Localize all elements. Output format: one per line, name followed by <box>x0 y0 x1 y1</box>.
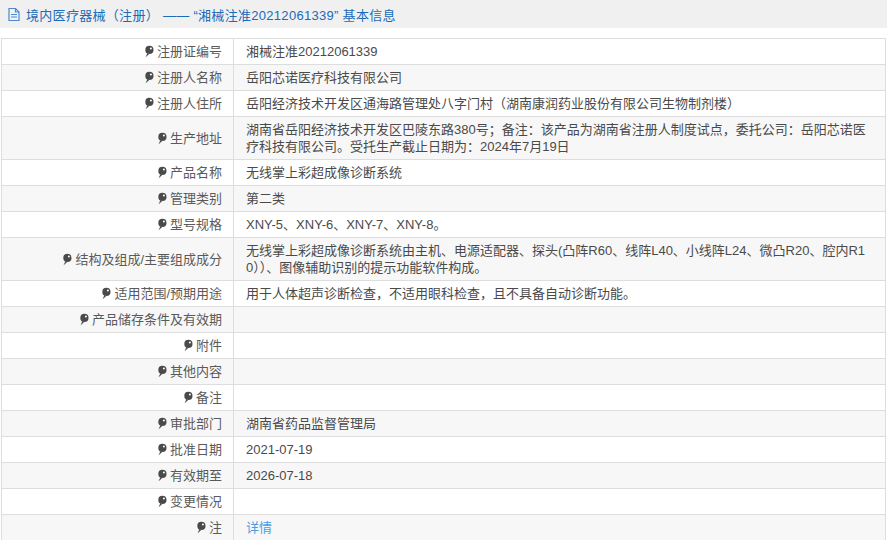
row-value: 湖南省岳阳经济技术开发区巴陵东路380号；备注：该产品为湖南省注册人制度试点，委… <box>234 117 886 160</box>
table-row: 适用范围/预期用途 用于人体超声诊断检查，不适用眼科检查，且不具备自动诊断功能。 <box>2 281 886 307</box>
note-icon <box>143 97 155 110</box>
row-label-text: 产品储存条件及有效期 <box>92 312 222 327</box>
row-label-text: 注册人住所 <box>157 96 222 111</box>
row-label: 变更情况 <box>2 489 234 515</box>
row-label: 管理类别 <box>2 186 234 212</box>
row-label: 产品储存条件及有效期 <box>2 307 234 333</box>
note-icon <box>156 218 168 231</box>
row-label: 审批部门 <box>2 411 234 437</box>
row-value <box>234 385 886 411</box>
table-row: 生产地址 湖南省岳阳经济技术开发区巴陵东路380号；备注：该产品为湖南省注册人制… <box>2 117 886 160</box>
row-label-text: 适用范围/预期用途 <box>114 286 222 301</box>
table-row: 注册证编号 湘械注准20212061339 <box>2 39 886 65</box>
table-row: 产品储存条件及有效期 <box>2 307 886 333</box>
row-label: 备注 <box>2 385 234 411</box>
note-icon <box>156 132 168 145</box>
row-label-text: 型号规格 <box>170 217 222 232</box>
row-value: 2026-07-18 <box>234 463 886 489</box>
row-value: 无线掌上彩超成像诊断系统 <box>234 160 886 186</box>
note-icon <box>195 521 207 534</box>
row-label: 注册人住所 <box>2 91 234 117</box>
note-icon <box>156 469 168 482</box>
table-row: 变更情况 <box>2 489 886 515</box>
row-label: 其他内容 <box>2 359 234 385</box>
table-row: 管理类别 第二类 <box>2 186 886 212</box>
row-label-text: 备注 <box>196 390 222 405</box>
row-label: 型号规格 <box>2 212 234 238</box>
row-label-text: 其他内容 <box>170 364 222 379</box>
note-icon <box>182 339 194 352</box>
row-label-text: 变更情况 <box>170 494 222 509</box>
row-label: 注册人名称 <box>2 65 234 91</box>
note-icon <box>156 166 168 179</box>
note-icon <box>156 443 168 456</box>
note-icon <box>143 45 155 58</box>
row-label-text: 注册证编号 <box>157 44 222 59</box>
row-label: 适用范围/预期用途 <box>2 281 234 307</box>
row-label: 有效期至 <box>2 463 234 489</box>
table-row: 结构及组成/主要组成成分 无线掌上彩超成像诊断系统由主机、电源适配器、探头(凸阵… <box>2 238 886 281</box>
row-label: 注册证编号 <box>2 39 234 65</box>
row-label-text: 有效期至 <box>170 468 222 483</box>
note-icon <box>156 417 168 430</box>
table-row: 型号规格 XNY-5、XNY-6、XNY-7、XNY-8。 <box>2 212 886 238</box>
page-title: 境内医疗器械（注册） —— “湘械注准20212061339” 基本信息 <box>26 5 396 24</box>
table-row: 产品名称 无线掌上彩超成像诊断系统 <box>2 160 886 186</box>
row-label-text: 批准日期 <box>170 442 222 457</box>
note-icon <box>156 192 168 205</box>
row-label-text: 注册人名称 <box>157 70 222 85</box>
row-value: 2021-07-19 <box>234 437 886 463</box>
row-value: 湖南省药品监督管理局 <box>234 411 886 437</box>
row-label: 结构及组成/主要组成成分 <box>2 238 234 281</box>
note-icon <box>156 495 168 508</box>
row-value <box>234 333 886 359</box>
row-value: 无线掌上彩超成像诊断系统由主机、电源适配器、探头(凸阵R60、线阵L40、小线阵… <box>234 238 886 281</box>
row-value <box>234 307 886 333</box>
table-row: 备注 <box>2 385 886 411</box>
note-icon <box>156 365 168 378</box>
row-label: 注 <box>2 515 234 540</box>
page: 境内医疗器械（注册） —— “湘械注准20212061339” 基本信息 注册证… <box>0 0 887 540</box>
note-icon <box>61 253 73 266</box>
row-value: XNY-5、XNY-6、XNY-7、XNY-8。 <box>234 212 886 238</box>
table-row: 附件 <box>2 333 886 359</box>
row-value <box>234 489 886 515</box>
table-row: 审批部门 湖南省药品监督管理局 <box>2 411 886 437</box>
row-label: 产品名称 <box>2 160 234 186</box>
table-row: 有效期至 2026-07-18 <box>2 463 886 489</box>
row-value: 详情 <box>234 515 886 540</box>
note-icon <box>182 391 194 404</box>
header-bar: 境内医疗器械（注册） —— “湘械注准20212061339” 基本信息 <box>0 0 887 28</box>
row-label-text: 审批部门 <box>170 416 222 431</box>
document-icon <box>7 7 21 22</box>
note-icon <box>143 71 155 84</box>
note-icon <box>78 313 90 326</box>
row-label-text: 管理类别 <box>170 191 222 206</box>
registration-info-table: 注册证编号 湘械注准20212061339 注册人名称 岳阳芯诺医疗科技有限公司 <box>1 38 886 540</box>
table-row: 批准日期 2021-07-19 <box>2 437 886 463</box>
table-row: 注册人住所 岳阳经济技术开发区通海路管理处八字门村（湖南康润药业股份有限公司生物… <box>2 91 886 117</box>
note-icon <box>100 287 112 300</box>
row-value: 用于人体超声诊断检查，不适用眼科检查，且不具备自动诊断功能。 <box>234 281 886 307</box>
row-value: 岳阳芯诺医疗科技有限公司 <box>234 65 886 91</box>
row-label-text: 产品名称 <box>170 165 222 180</box>
row-value <box>234 359 886 385</box>
table-row: 其他内容 <box>2 359 886 385</box>
row-value: 第二类 <box>234 186 886 212</box>
row-label: 批准日期 <box>2 437 234 463</box>
row-value: 湘械注准20212061339 <box>234 39 886 65</box>
row-label-text: 生产地址 <box>170 131 222 146</box>
row-label: 附件 <box>2 333 234 359</box>
row-label-text: 附件 <box>196 338 222 353</box>
table-row: 注 详情 <box>2 515 886 540</box>
row-label: 生产地址 <box>2 117 234 160</box>
table-row: 注册人名称 岳阳芯诺医疗科技有限公司 <box>2 65 886 91</box>
row-value: 岳阳经济技术开发区通海路管理处八字门村（湖南康润药业股份有限公司生物制剂楼） <box>234 91 886 117</box>
detail-link[interactable]: 详情 <box>246 520 272 535</box>
row-label-text: 注 <box>209 520 222 535</box>
row-label-text: 结构及组成/主要组成成分 <box>75 252 222 267</box>
